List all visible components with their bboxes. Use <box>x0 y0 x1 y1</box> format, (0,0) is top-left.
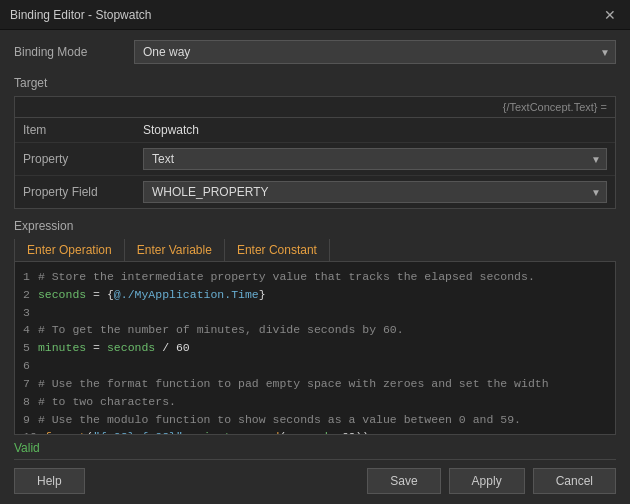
title-bar-text: Binding Editor - Stopwatch <box>10 8 151 22</box>
tab-enter-variable[interactable]: Enter Variable <box>125 239 225 261</box>
binding-mode-label: Binding Mode <box>14 45 134 59</box>
expression-tabs: Enter Operation Enter Variable Enter Con… <box>14 239 616 262</box>
target-property-field-select[interactable]: WHOLE_PROPERTY Part1 Part2 <box>143 181 607 203</box>
footer-right-buttons: Save Apply Cancel <box>367 468 616 494</box>
target-property-field-row: Property Field WHOLE_PROPERTY Part1 Part… <box>15 176 615 208</box>
target-property-field-select-wrapper: WHOLE_PROPERTY Part1 Part2 ▼ <box>143 181 607 203</box>
cancel-button[interactable]: Cancel <box>533 468 616 494</box>
binding-mode-select[interactable]: One way Two way One time <box>134 40 616 64</box>
target-item-row: Item Stopwatch <box>15 118 615 143</box>
tab-enter-operation[interactable]: Enter Operation <box>14 239 125 261</box>
target-expression-preview: {/TextConcept.Text} = <box>503 101 607 113</box>
target-property-select-wrapper: Text Value Enabled ▼ <box>143 148 607 170</box>
target-property-select[interactable]: Text Value Enabled <box>143 148 607 170</box>
target-box: {/TextConcept.Text} = Item Stopwatch Pro… <box>14 96 616 209</box>
close-button[interactable]: ✕ <box>600 8 620 22</box>
valid-status: Valid <box>14 435 616 459</box>
target-property-label: Property <box>23 152 143 166</box>
save-button[interactable]: Save <box>367 468 440 494</box>
title-bar: Binding Editor - Stopwatch ✕ <box>0 0 630 30</box>
binding-mode-row: Binding Mode One way Two way One time ▼ <box>14 40 616 64</box>
binding-mode-select-wrapper: One way Two way One time ▼ <box>134 40 616 64</box>
target-item-value: Stopwatch <box>143 123 607 137</box>
expression-section: Expression Enter Operation Enter Variabl… <box>14 219 616 459</box>
target-item-label: Item <box>23 123 143 137</box>
target-section-label: Target <box>14 76 616 90</box>
main-content: Binding Mode One way Two way One time ▼ … <box>0 30 630 504</box>
expression-label: Expression <box>14 219 616 233</box>
target-property-row: Property Text Value Enabled ▼ <box>15 143 615 176</box>
tab-enter-constant[interactable]: Enter Constant <box>225 239 330 261</box>
code-editor[interactable]: 1# Store the intermediate property value… <box>14 262 616 435</box>
target-property-field-label: Property Field <box>23 185 143 199</box>
footer: Help Save Apply Cancel <box>14 459 616 494</box>
target-header: {/TextConcept.Text} = <box>15 97 615 118</box>
apply-button[interactable]: Apply <box>449 468 525 494</box>
help-button[interactable]: Help <box>14 468 85 494</box>
